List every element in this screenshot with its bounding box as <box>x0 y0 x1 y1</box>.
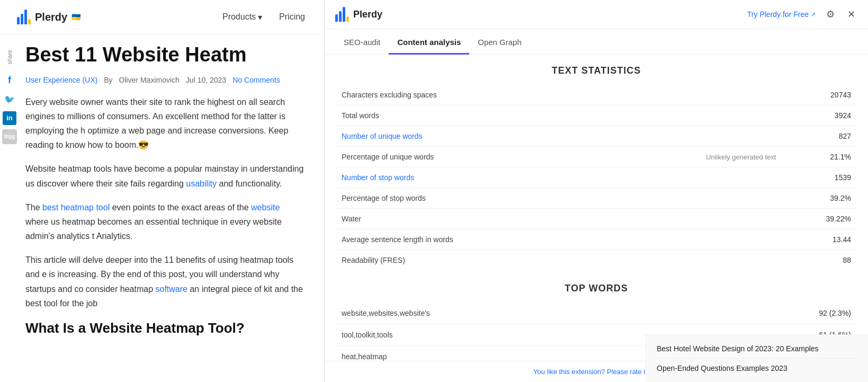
text-statistics-title: TEXT STATISTICS <box>337 65 855 76</box>
nav-products[interactable]: Products ▾ <box>222 12 262 22</box>
plerdy-panel: Plerdy Try Plerdy for Free ↗ ⚙ ✕ SEO-aud… <box>324 0 868 382</box>
table-row: Total words 3924 <box>337 105 855 126</box>
navigation: Plerdy 🇺🇦 Products ▾ Pricing <box>0 0 322 34</box>
stop-words-link[interactable]: Number of stop words <box>337 167 605 188</box>
blog-para-1: Every website owner wants their site to … <box>25 95 305 153</box>
panel-logo: Plerdy <box>335 7 382 22</box>
stat-label: Total words <box>337 105 605 126</box>
panel-body: TEXT STATISTICS Characters excluding spa… <box>325 55 868 361</box>
blog-para-2: Website heatmap tools have become a popu… <box>25 162 305 190</box>
nav-flag: 🇺🇦 <box>71 13 80 21</box>
water-value: 39.22% <box>780 209 855 229</box>
stat-label: Average sentence length in words <box>337 229 605 250</box>
stat-value: 21.1% <box>780 147 855 167</box>
stat-value: 20743 <box>780 85 855 105</box>
text-statistics-table: Characters excluding spaces 20743 Total … <box>337 85 855 270</box>
tab-open-graph[interactable]: Open Graph <box>469 31 530 55</box>
stat-note <box>605 105 781 126</box>
blog-para-3: The best heatmap tool even points to the… <box>25 200 305 244</box>
digg-icon[interactable]: digg <box>2 129 17 144</box>
list-item: website,websites,website's 92 (2.3%) <box>337 303 855 324</box>
nav-links: Products ▾ Pricing <box>222 12 305 22</box>
panel-tabs: SEO-audit Content analysis Open Graph <box>325 29 868 55</box>
blog-h2: What Is a Website Heatmap Tool? <box>25 320 305 336</box>
table-row: Average sentence length in words 13.44 <box>337 229 855 250</box>
word-value: 92 (2.3%) <box>702 303 855 324</box>
related-item[interactable]: Open-Ended Questions Examples 2023 <box>657 359 857 378</box>
table-row: Number of stop words 1539 <box>337 167 855 188</box>
best-heatmap-link[interactable]: best heatmap tool <box>42 203 110 212</box>
stat-value: 39.2% <box>780 188 855 209</box>
blog-side: Plerdy 🇺🇦 Products ▾ Pricing share f 🐦 i… <box>0 0 322 382</box>
panel-header: Plerdy Try Plerdy for Free ↗ ⚙ ✕ <box>325 0 868 29</box>
stat-note <box>605 85 781 105</box>
blog-meta: User Experience (UX) By Oliver Maximovic… <box>25 76 305 84</box>
settings-button[interactable]: ⚙ <box>824 6 837 22</box>
tab-seo-audit[interactable]: SEO-audit <box>335 31 389 55</box>
twitter-icon[interactable]: 🐦 <box>2 92 17 107</box>
stat-note <box>605 167 781 188</box>
tab-content-analysis[interactable]: Content analysis <box>389 31 469 55</box>
stat-label: Characters excluding spaces <box>337 85 605 105</box>
share-label: share <box>6 50 13 65</box>
stat-note <box>605 209 781 229</box>
stat-value: 3924 <box>780 105 855 126</box>
stat-note <box>605 229 781 250</box>
table-row: Number of unique words 827 <box>337 126 855 147</box>
blog-author: Oliver Maximovich <box>119 76 180 84</box>
software-link[interactable]: software <box>155 285 187 294</box>
chevron-down-icon: ▾ <box>258 12 262 22</box>
unique-words-link[interactable]: Number of unique words <box>337 126 605 147</box>
plerdy-logo-icon <box>17 10 31 24</box>
table-row: Percentage of stop words 39.2% <box>337 188 855 209</box>
nav-logo-text: Plerdy <box>35 11 67 23</box>
table-row: Characters excluding spaces 20743 <box>337 85 855 105</box>
stat-value: 88 <box>780 250 855 271</box>
panel-actions: Try Plerdy for Free ↗ ⚙ ✕ <box>747 6 857 22</box>
related-articles: Best Hotel Website Design of 2023: 20 Ex… <box>646 334 868 382</box>
table-row: Percentage of unique words Unlikely gene… <box>337 147 855 167</box>
blog-comments[interactable]: No Comments <box>232 76 280 84</box>
stat-label: Percentage of unique words <box>337 147 605 167</box>
blog-category[interactable]: User Experience (UX) <box>25 76 97 84</box>
stat-note <box>605 126 781 147</box>
panel-logo-icon <box>335 7 349 22</box>
nav-logo: Plerdy 🇺🇦 <box>17 10 80 24</box>
related-item[interactable]: Best Hotel Website Design of 2023: 20 Ex… <box>657 339 857 359</box>
external-link-icon: ↗ <box>811 11 816 18</box>
linkedin-icon[interactable]: in <box>3 111 16 125</box>
blog-date: Jul 10, 2023 <box>186 76 226 84</box>
stat-note <box>605 188 781 209</box>
stat-value: 13.44 <box>780 229 855 250</box>
blog-title: Best 11 Website Heatm <box>25 43 305 67</box>
stat-note: Unlikely generated text <box>605 147 781 167</box>
stat-label: Readability (FRES) <box>337 250 605 271</box>
website-link[interactable]: website <box>251 203 280 212</box>
usability-link[interactable]: usability <box>186 179 217 188</box>
blog-content: Best 11 Website Heatm User Experience (U… <box>0 34 322 345</box>
facebook-icon[interactable]: f <box>2 73 17 88</box>
stat-value: 1539 <box>780 167 855 188</box>
try-plerdy-link[interactable]: Try Plerdy for Free ↗ <box>747 10 816 19</box>
nav-pricing[interactable]: Pricing <box>279 12 305 22</box>
stat-label: Percentage of stop words <box>337 188 605 209</box>
table-row: Water 39.22% <box>337 209 855 229</box>
stat-note <box>605 250 781 271</box>
blog-para-4: This article will delve deeper into the … <box>25 253 305 310</box>
table-row: Readability (FRES) 88 <box>337 250 855 271</box>
blog-author-prefix: By <box>104 76 112 84</box>
share-sidebar: share f 🐦 in digg <box>0 48 19 144</box>
stat-value: 827 <box>780 126 855 147</box>
close-button[interactable]: ✕ <box>845 6 857 22</box>
word-label: website,websites,website's <box>337 303 702 324</box>
panel-logo-text: Plerdy <box>353 9 382 20</box>
water-label: Water <box>337 209 605 229</box>
top-words-title: TOP words <box>337 283 855 294</box>
